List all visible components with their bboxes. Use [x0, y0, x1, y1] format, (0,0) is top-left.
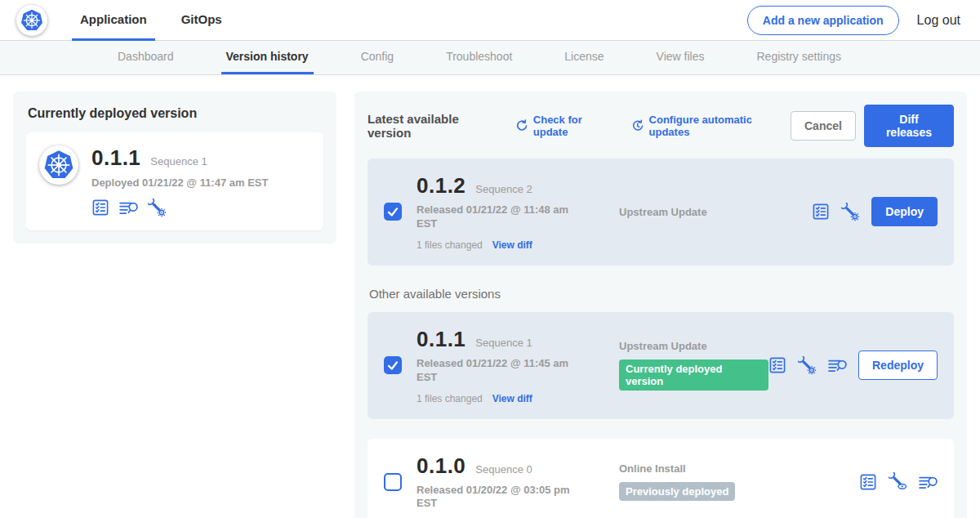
edit-config-icon[interactable]: [841, 203, 860, 221]
version-actions: Deploy: [812, 197, 938, 226]
release-notes-icon[interactable]: [919, 475, 938, 489]
version-card-0-1-0: 0.1.0 Sequence 0 Released 01/20/22 @ 03:…: [368, 439, 954, 518]
view-diff-link[interactable]: View diff: [492, 393, 532, 404]
released-timestamp: Released 01/20/22 @ 03:05 pm EST: [416, 484, 577, 511]
configure-automatic-updates-link[interactable]: Configure automatic updates: [631, 114, 791, 138]
tab-troubleshoot[interactable]: Troubleshoot: [441, 41, 517, 74]
sequence-label: Sequence 0: [475, 463, 532, 476]
deployed-version-number: 0.1.1: [91, 145, 140, 171]
add-new-application-button[interactable]: Add a new application: [747, 6, 899, 35]
deploy-button[interactable]: Deploy: [871, 197, 938, 226]
source-label: Upstream Update: [619, 340, 768, 352]
currently-deployed-badge: Currently deployed version: [619, 359, 768, 391]
files-changed-label: 1 files changed: [416, 393, 483, 404]
version-source: Online Install Previously deployed: [619, 462, 859, 501]
sequence-label: Sequence 1: [475, 337, 532, 349]
version-number: 0.1.0: [416, 453, 466, 479]
check-update-icon: [515, 119, 528, 132]
redeploy-button[interactable]: Redeploy: [858, 351, 938, 380]
release-notes-icon[interactable]: [119, 200, 138, 215]
released-timestamp: Released 01/21/22 @ 11:45 am EST: [416, 357, 577, 385]
latest-version-header: Latest available version Check for updat…: [368, 105, 954, 147]
kubernetes-logo-icon: [16, 5, 47, 36]
version-number: 0.1.1: [416, 327, 466, 352]
version-info: 0.1.1 Sequence 1 Released 01/21/22 @ 11:…: [416, 327, 586, 404]
logout-link[interactable]: Log out: [917, 13, 960, 28]
version-source: Upstream Update Currently deployed versi…: [619, 340, 768, 391]
cancel-button[interactable]: Cancel: [791, 111, 856, 141]
tab-gitops[interactable]: GitOps: [173, 0, 230, 41]
currently-deployed-panel: Currently deployed version 0.1.1 Sequenc…: [13, 92, 336, 243]
version-checkbox[interactable]: [384, 203, 402, 221]
preflight-checks-icon[interactable]: [812, 203, 830, 221]
preflight-checks-icon[interactable]: [859, 473, 877, 491]
deployed-sequence-label: Sequence 1: [150, 155, 207, 167]
top-nav-tabs: Application GitOps: [72, 0, 248, 41]
app-sub-nav: Dashboard Version history Config Trouble…: [0, 41, 980, 75]
view-config-icon[interactable]: [889, 472, 907, 491]
diff-releases-button[interactable]: Diff releases: [864, 105, 954, 147]
version-actions: [859, 472, 938, 491]
released-timestamp: Released 01/21/22 @ 11:48 am EST: [416, 203, 577, 231]
top-nav-bar: Application GitOps Add a new application…: [0, 0, 980, 41]
latest-version-title: Latest available version: [368, 112, 501, 140]
version-history-panel: Latest available version Check for updat…: [354, 92, 967, 518]
deployed-version-info: 0.1.1 Sequence 1 Deployed 01/21/22 @ 11:…: [91, 145, 268, 217]
edit-config-icon[interactable]: [148, 199, 167, 217]
view-diff-link[interactable]: View diff: [492, 239, 532, 251]
tab-config[interactable]: Config: [356, 41, 399, 74]
source-label: Online Install: [619, 462, 859, 475]
source-label: Upstream Update: [619, 206, 812, 218]
version-number: 0.1.2: [416, 173, 466, 199]
other-versions-title: Other available versions: [369, 287, 954, 301]
deployed-timestamp: Deployed 01/21/22 @ 11:47 am EST: [91, 176, 268, 190]
sequence-label: Sequence 2: [475, 183, 532, 195]
top-nav-actions: Add a new application Log out: [747, 6, 960, 35]
edit-config-icon[interactable]: [798, 356, 817, 375]
version-source: Upstream Update: [619, 206, 812, 218]
app-logo-icon: [39, 145, 78, 185]
version-card-0-1-1: 0.1.1 Sequence 1 Released 01/21/22 @ 11:…: [368, 312, 954, 419]
version-info: 0.1.0 Sequence 0 Released 01/20/22 @ 03:…: [416, 453, 586, 511]
tab-version-history[interactable]: Version history: [221, 41, 314, 74]
deployed-version-card: 0.1.1 Sequence 1 Deployed 01/21/22 @ 11:…: [26, 132, 323, 230]
version-info: 0.1.2 Sequence 2 Released 01/21/22 @ 11:…: [416, 173, 586, 251]
tab-license[interactable]: License: [559, 41, 608, 74]
release-notes-icon[interactable]: [828, 358, 847, 373]
deployed-panel-title: Currently deployed version: [28, 106, 323, 121]
check-for-update-link[interactable]: Check for update: [515, 114, 617, 138]
previously-deployed-badge: Previously deployed: [619, 482, 735, 501]
version-card-0-1-2: 0.1.2 Sequence 2 Released 01/21/22 @ 11:…: [368, 159, 954, 266]
auto-update-icon: [631, 119, 644, 132]
main-content: Currently deployed version 0.1.1 Sequenc…: [0, 75, 980, 518]
version-actions: Redeploy: [768, 351, 938, 380]
files-changed-label: 1 files changed: [416, 239, 483, 251]
tab-dashboard[interactable]: Dashboard: [113, 41, 179, 74]
version-checkbox[interactable]: [384, 473, 402, 491]
tab-application[interactable]: Application: [72, 0, 155, 41]
version-checkbox[interactable]: [384, 356, 402, 374]
preflight-checks-icon[interactable]: [91, 199, 109, 217]
preflight-checks-icon[interactable]: [768, 356, 786, 374]
tab-view-files[interactable]: View files: [652, 41, 710, 74]
tab-registry-settings[interactable]: Registry settings: [751, 41, 845, 74]
